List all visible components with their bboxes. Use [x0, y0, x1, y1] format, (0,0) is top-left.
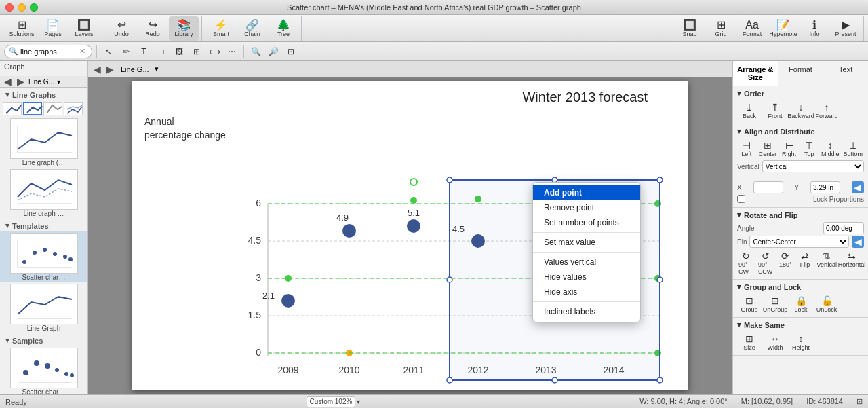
text-tool[interactable]: T: [136, 44, 151, 59]
horizontal-flip-button[interactable]: ⇆ Horizontal: [840, 249, 864, 276]
group-lock-header[interactable]: ▾ Group and Lock: [737, 282, 864, 291]
sidebar-item-linegraph2[interactable]: Line graph …: [0, 168, 87, 219]
solutions-button[interactable]: ⊞ Solutions: [7, 16, 37, 41]
xy-blue-button[interactable]: ◀: [852, 181, 864, 193]
close-button[interactable]: [5, 3, 14, 12]
tab-arrange-size[interactable]: Arrange & Size: [733, 61, 778, 86]
redo-button[interactable]: ↪ Redo: [138, 16, 167, 41]
order-label: Order: [744, 90, 764, 98]
format-button[interactable]: Aa Format: [737, 16, 767, 41]
image-tool[interactable]: 🖼: [172, 44, 186, 59]
breadcrumb-dropdown[interactable]: ▾: [57, 78, 60, 86]
context-menu-values-vertical[interactable]: Values vertical: [533, 255, 640, 270]
connect-tool[interactable]: ⟷: [207, 44, 222, 59]
statusbar-expand-icon[interactable]: ⊡: [856, 397, 863, 406]
align-left-button[interactable]: ⊣ Left: [737, 138, 756, 159]
info-button[interactable]: ℹ Info: [800, 16, 829, 41]
thumb-linegraph1[interactable]: [3, 102, 22, 115]
thumb-linegraph3[interactable]: [43, 102, 62, 115]
angle-input[interactable]: [823, 222, 864, 234]
undo-button[interactable]: ↩ Undo: [106, 16, 136, 41]
svg-point-10: [68, 257, 73, 261]
rotate-flip-header[interactable]: ▾ Rotate and Flip: [737, 210, 864, 219]
forward-button[interactable]: ▶: [16, 76, 26, 87]
align-right-icon: ⊢: [785, 140, 793, 151]
more-tool[interactable]: ⋯: [224, 44, 239, 59]
table-tool[interactable]: ⊞: [189, 44, 204, 59]
clear-search-icon[interactable]: ✕: [79, 47, 85, 56]
back-button[interactable]: ◀: [3, 76, 13, 87]
layers-button[interactable]: 🔲 Layers: [69, 16, 99, 41]
unlock-button[interactable]: 🔓 UnLock: [814, 294, 839, 314]
smart-button[interactable]: ⚡ Smart: [206, 16, 236, 41]
canvas-forward-button[interactable]: ▶: [105, 64, 115, 75]
context-menu-add-point[interactable]: Add point: [533, 185, 640, 200]
context-menu-sep3: [533, 301, 640, 302]
library-button[interactable]: 📚 Library: [169, 16, 199, 41]
sidebar-item-scatter1[interactable]: Scatter char…: [0, 231, 87, 282]
zoom-dropdown-icon[interactable]: ▾: [357, 398, 360, 405]
slide-canvas[interactable]: Winter 2013 forecast Annual percentage c…: [132, 81, 688, 390]
rotate-90ccw-button[interactable]: ↺ 90° CCW: [757, 249, 775, 276]
context-menu-hide-axis[interactable]: Hide axis: [533, 284, 640, 299]
y-input[interactable]: [810, 181, 840, 193]
rectangle-tool[interactable]: □: [154, 44, 169, 59]
make-same-width-button[interactable]: ↔ Width: [763, 332, 787, 352]
context-menu-hide-values[interactable]: Hide values: [533, 270, 640, 284]
vertical-select[interactable]: Vertical: [762, 160, 864, 172]
zoom-in-button[interactable]: 🔎: [266, 44, 281, 59]
maximize-button[interactable]: [30, 3, 38, 12]
hypernote-button[interactable]: 📝 Hypernote: [768, 16, 798, 41]
vertical-flip-button[interactable]: ⇅ Vertical: [816, 249, 839, 276]
sidebar-item-scatter2[interactable]: Scatter char…: [0, 346, 87, 394]
rotate-90cw-button[interactable]: ↻ 90° CW: [737, 249, 755, 276]
lock-button[interactable]: 🔒 Lock: [789, 294, 813, 314]
align-bottom-button[interactable]: ⊥ Bottom: [842, 138, 865, 159]
canvas-back-button[interactable]: ◀: [92, 64, 102, 75]
sidebar-item-linegraph1[interactable]: Line graph (…: [0, 117, 87, 168]
ungroup-button[interactable]: ⊟ UnGroup: [763, 294, 787, 314]
group-button[interactable]: ⊡ Group: [737, 294, 762, 314]
flip-button[interactable]: ⇄ Flip: [796, 249, 814, 276]
forward-order-button[interactable]: ↑ Forward: [814, 100, 839, 121]
align-center-button[interactable]: ⊞ Center: [757, 138, 778, 159]
context-menu-set-number-of-points[interactable]: Set number of points: [533, 215, 640, 230]
align-middle-button[interactable]: ↕ Middle: [820, 138, 841, 159]
thumb-linegraph4[interactable]: [64, 102, 83, 115]
zoom-fit-button[interactable]: ⊡: [283, 44, 298, 59]
align-section-header[interactable]: ▾ Align and Distribute: [737, 127, 864, 136]
canvas-dropdown-icon[interactable]: ▾: [155, 64, 159, 73]
context-menu-remove-point[interactable]: Remove point: [533, 200, 640, 215]
rotate-180-button[interactable]: ⟳ 180°: [776, 249, 795, 276]
back-order-button[interactable]: ⤓ Back: [737, 100, 762, 121]
x-input[interactable]: [753, 181, 783, 193]
minimize-button[interactable]: [18, 3, 26, 12]
front-order-button[interactable]: ⤒ Front: [763, 100, 787, 121]
pin-select[interactable]: Center-Center: [749, 236, 849, 248]
context-menu-set-max-value[interactable]: Set max value: [533, 235, 640, 250]
pen-tool[interactable]: ✏: [119, 44, 134, 59]
pin-blue-button[interactable]: ◀: [852, 236, 864, 248]
tree-button[interactable]: 🌲 Tree: [269, 16, 298, 41]
chain-button[interactable]: 🔗 Chain: [237, 16, 267, 41]
make-same-size-button[interactable]: ⊞ Size: [737, 332, 762, 352]
snap-button[interactable]: 🔲 Snap: [675, 16, 705, 41]
backward-order-button[interactable]: ↓ Backward: [789, 100, 813, 121]
order-section-header[interactable]: ▾ Order: [737, 89, 864, 98]
align-top-button[interactable]: ⊤ Top: [800, 138, 818, 159]
align-right-button[interactable]: ⊢ Right: [780, 138, 799, 159]
grid-button[interactable]: ⊞ Grid: [706, 16, 736, 41]
sidebar-item-linegraph3[interactable]: Line Graph: [0, 282, 87, 333]
search-input[interactable]: [18, 48, 79, 56]
make-same-header[interactable]: ▾ Make Same: [737, 320, 864, 329]
zoom-out-button[interactable]: 🔍: [248, 44, 263, 59]
thumb-linegraph2[interactable]: [23, 102, 42, 115]
lock-proportions-checkbox[interactable]: [737, 195, 745, 203]
arrow-tool[interactable]: ↖: [101, 44, 116, 59]
context-menu-inclined-labels[interactable]: Inclined labels: [533, 304, 640, 319]
present-button[interactable]: ▶ Present: [831, 16, 861, 41]
tab-format[interactable]: Format: [778, 61, 824, 86]
tab-text[interactable]: Text: [823, 61, 868, 86]
pages-button[interactable]: 📄 Pages: [38, 16, 68, 41]
make-same-height-button[interactable]: ↕ Height: [789, 332, 813, 352]
